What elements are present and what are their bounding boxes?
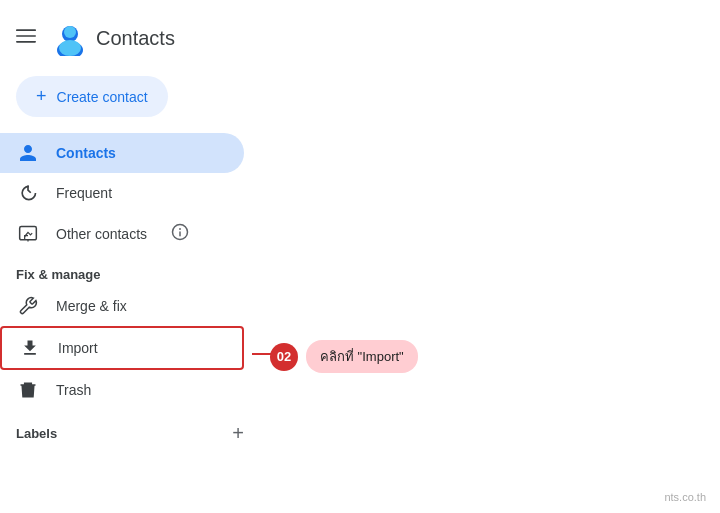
- nav-import[interactable]: Import: [0, 326, 244, 370]
- hamburger-menu-icon[interactable]: [16, 26, 36, 51]
- labels-section-header: Labels +: [0, 410, 260, 449]
- add-label-button[interactable]: +: [232, 422, 244, 445]
- nav-contacts[interactable]: Contacts: [0, 133, 244, 173]
- svg-point-6: [59, 40, 81, 56]
- trash-label: Trash: [56, 382, 91, 398]
- create-contact-button[interactable]: + Create contact: [16, 76, 168, 117]
- nav-frequent[interactable]: Frequent: [0, 173, 244, 213]
- sidebar: Contacts + Create contact Contacts Frequ…: [0, 0, 260, 457]
- svg-rect-0: [16, 29, 36, 31]
- info-icon[interactable]: [171, 223, 189, 245]
- svg-point-5: [64, 26, 76, 38]
- import-label: Import: [58, 340, 98, 356]
- other-contacts-label: Other contacts: [56, 226, 147, 242]
- create-contact-label: Create contact: [57, 89, 148, 105]
- watermark: nts.co.th: [664, 491, 706, 503]
- svg-rect-2: [16, 41, 36, 43]
- svg-rect-1: [16, 35, 36, 37]
- contacts-app-icon: [52, 20, 88, 56]
- plus-icon: +: [36, 86, 47, 107]
- nav-trash[interactable]: Trash: [0, 370, 244, 410]
- labels-title: Labels: [16, 426, 57, 441]
- annotation-text: คลิกที่ "Import": [306, 340, 418, 373]
- app-title: Contacts: [96, 27, 175, 50]
- import-icon: [18, 338, 42, 358]
- merge-fix-icon: [16, 296, 40, 316]
- nav-other-contacts[interactable]: Other contacts: [0, 213, 244, 255]
- frequent-icon: [16, 183, 40, 203]
- app-logo: Contacts: [52, 20, 175, 56]
- nav-merge-fix[interactable]: Merge & fix: [0, 286, 244, 326]
- fix-manage-section-title: Fix & manage: [0, 255, 260, 286]
- annotation-container: 02 คลิกที่ "Import": [270, 340, 418, 373]
- contacts-icon: [16, 143, 40, 163]
- trash-icon: [16, 380, 40, 400]
- merge-fix-label: Merge & fix: [56, 298, 127, 314]
- annotation-step-number: 02: [270, 343, 298, 371]
- other-contacts-icon: [16, 224, 40, 244]
- contacts-label: Contacts: [56, 145, 116, 161]
- frequent-label: Frequent: [56, 185, 112, 201]
- app-header: Contacts: [0, 8, 260, 68]
